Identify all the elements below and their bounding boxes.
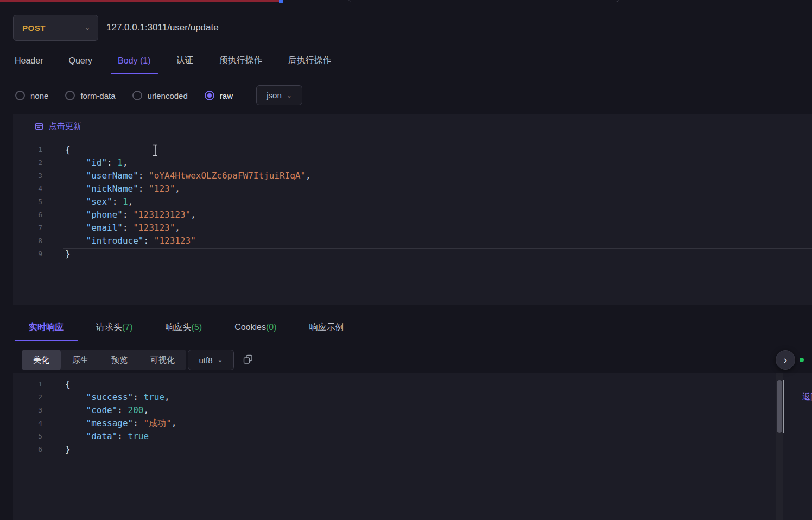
text-cursor-icon: [151, 144, 159, 156]
radio-icon: [132, 91, 142, 100]
code-line: 2 "id": 1,: [13, 156, 812, 169]
view-visualize[interactable]: 可视化: [139, 350, 186, 370]
radio-label: raw: [220, 91, 233, 100]
radio-icon: [15, 91, 25, 100]
tab-label: 响应头: [166, 322, 192, 333]
code-line: 2 "success": true,: [13, 391, 812, 404]
tab-query[interactable]: Query: [68, 47, 92, 74]
code-line: 7 "email": "123123",: [13, 221, 812, 234]
code-line: 5 "sex": 1,: [13, 195, 812, 208]
api-client-window: POST ⌄ 127.0.0.1:3011/user/update Header…: [0, 0, 812, 520]
code-text: {: [42, 378, 71, 391]
chevron-right-icon: ›: [784, 354, 787, 366]
body-type-raw[interactable]: raw: [205, 91, 233, 100]
code-line: 4 "message": "成功",: [13, 417, 812, 430]
tab-response-example[interactable]: 响应示例: [309, 314, 344, 341]
line-number: 8: [13, 234, 42, 248]
tab-pre-exec[interactable]: 预执行操作: [219, 47, 263, 74]
tab-cookies[interactable]: Cookies(0): [234, 314, 276, 341]
code-text: "introduce": "123123": [42, 234, 196, 248]
code-text: "userName": "oYA4HtwexOLZc6paFW7ItjuiRIq…: [42, 169, 311, 182]
tab-count: (0): [266, 322, 277, 332]
code-line: 5 "data": true: [13, 430, 812, 443]
code-line: 6 "phone": "123123123",: [13, 208, 812, 221]
body-type-form-data[interactable]: form-data: [65, 91, 115, 100]
line-number: 2: [13, 156, 42, 169]
line-number: 1: [13, 378, 42, 391]
line-number: 6: [13, 443, 42, 456]
method-select[interactable]: POST ⌄: [13, 15, 98, 41]
url-input[interactable]: 127.0.0.1:3011/user/update: [106, 15, 219, 41]
code-text: "message": "成功",: [42, 417, 176, 430]
tab-count: (7): [122, 322, 133, 332]
line-number: 3: [13, 404, 42, 417]
code-text: "success": true,: [42, 391, 170, 404]
body-type-options: none form-data urlencoded raw: [15, 85, 233, 106]
code-line: 8 "introduce": "123123": [13, 234, 812, 248]
expand-panel-button[interactable]: ›: [776, 350, 795, 370]
scrollbar-thumb[interactable]: [777, 380, 782, 433]
tab-post-exec[interactable]: 后执行操作: [288, 47, 332, 74]
tab-auth[interactable]: 认证: [176, 47, 194, 74]
line-number: 5: [13, 195, 42, 208]
encoding-select[interactable]: utf8 ⌄: [188, 350, 234, 370]
tab-count: (5): [192, 322, 202, 332]
update-link-label: 点击更新: [49, 121, 81, 131]
radio-icon: [205, 91, 214, 100]
code-text: "data": true: [42, 430, 149, 443]
body-type-urlencoded[interactable]: urlencoded: [132, 91, 188, 100]
request-body-panel: 点击更新 1{2 "id": 1,3 "userName": "oYA4Htwe…: [13, 114, 812, 305]
tab-label: 请求头: [96, 322, 122, 333]
radio-label: form-data: [80, 91, 115, 100]
top-edge-artifact-input-outline: [348, 0, 619, 2]
encoding-label: utf8: [199, 356, 212, 365]
request-body-editor[interactable]: 1{2 "id": 1,3 "userName": "oYA4HtwexOLZc…: [13, 143, 812, 261]
view-beautify[interactable]: 美化: [22, 350, 61, 370]
radio-label: urlencoded: [148, 91, 188, 100]
code-text: "id": 1,: [42, 156, 128, 169]
chevron-down-icon: ⌄: [85, 24, 90, 31]
raw-type-select[interactable]: json ⌄: [256, 85, 302, 105]
tab-label: Cookies: [234, 322, 266, 332]
editor-hairline: [63, 248, 812, 249]
update-link[interactable]: 点击更新: [35, 121, 81, 131]
status-dot-icon: [800, 358, 804, 362]
outer-scrollbar-thumb[interactable]: [783, 380, 784, 433]
view-raw[interactable]: 原生: [61, 350, 100, 370]
line-number: 7: [13, 221, 42, 234]
raw-type-label: json: [267, 91, 282, 100]
view-preview[interactable]: 预览: [100, 350, 139, 370]
code-text: }: [42, 443, 71, 456]
chevron-down-icon: ⌄: [287, 92, 292, 99]
chevron-down-icon: ⌄: [217, 356, 223, 364]
code-text: }: [42, 248, 71, 261]
response-view-switch: 美化 原生 预览 可视化: [22, 350, 186, 370]
radio-label: none: [30, 91, 48, 100]
code-text: "email": "123123",: [42, 221, 180, 234]
tab-response-headers[interactable]: 响应头(5): [166, 314, 202, 341]
tab-request-headers[interactable]: 请求头(7): [96, 314, 133, 341]
tab-header[interactable]: Header: [15, 47, 43, 74]
code-text: "sex": 1,: [42, 195, 133, 208]
code-text: "nickName": "123",: [42, 182, 180, 195]
line-number: 2: [13, 391, 42, 404]
tab-body[interactable]: Body (1): [118, 47, 150, 74]
code-line: 9}: [13, 248, 812, 261]
response-body-panel: 1{2 "success": true,3 "code": 200,4 "mes…: [13, 373, 812, 520]
request-tabs: Header Query Body (1) 认证 预执行操作 后执行操作: [15, 47, 332, 74]
line-number: 4: [13, 182, 42, 195]
tab-label: 实时响应: [29, 322, 64, 333]
line-number: 9: [13, 248, 42, 261]
back-link[interactable]: 返回: [802, 392, 812, 402]
line-number: 1: [13, 143, 42, 156]
response-body-viewer[interactable]: 1{2 "success": true,3 "code": 200,4 "mes…: [13, 378, 812, 456]
code-text: {: [42, 143, 71, 156]
code-line: 1{: [13, 378, 812, 391]
response-scrollbar[interactable]: [776, 373, 783, 520]
tab-realtime-response[interactable]: 实时响应: [29, 314, 64, 341]
response-tabs: 实时响应 请求头(7) 响应头(5) Cookies(0) 响应示例: [13, 314, 812, 341]
radio-icon: [65, 91, 75, 100]
copy-icon[interactable]: [243, 354, 253, 364]
body-type-none[interactable]: none: [15, 91, 48, 100]
line-number: 5: [13, 430, 42, 443]
